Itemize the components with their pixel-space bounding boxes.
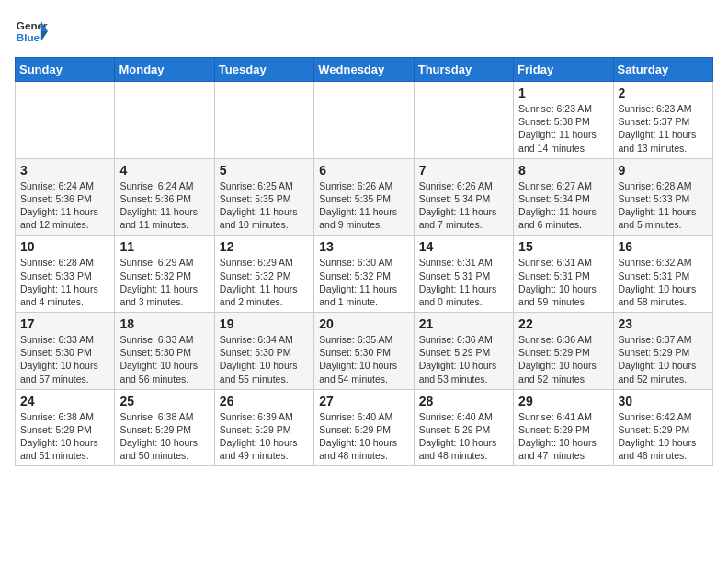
day-number: 6 <box>319 163 408 178</box>
calendar-header: SundayMondayTuesdayWednesdayThursdayFrid… <box>16 58 713 82</box>
day-info: Sunrise: 6:28 AMSunset: 5:33 PMDaylight:… <box>619 179 708 232</box>
day-info: Sunrise: 6:24 AMSunset: 5:36 PMDaylight:… <box>20 179 109 232</box>
day-number: 17 <box>20 316 109 331</box>
week-row-1: 1Sunrise: 6:23 AMSunset: 5:38 PMDaylight… <box>16 82 713 159</box>
day-cell: 18Sunrise: 6:33 AMSunset: 5:30 PMDayligh… <box>115 313 214 390</box>
day-cell: 20Sunrise: 6:35 AMSunset: 5:30 PMDayligh… <box>314 313 414 390</box>
day-number: 14 <box>419 239 508 254</box>
day-cell <box>414 82 513 159</box>
day-info: Sunrise: 6:37 AMSunset: 5:29 PMDaylight:… <box>619 333 708 385</box>
day-info: Sunrise: 6:30 AMSunset: 5:32 PMDaylight:… <box>319 256 408 308</box>
logo-icon: General Blue <box>15 15 48 48</box>
week-row-3: 10Sunrise: 6:28 AMSunset: 5:33 PMDayligh… <box>16 236 713 313</box>
weekday-thursday: Thursday <box>414 58 513 82</box>
week-row-4: 17Sunrise: 6:33 AMSunset: 5:30 PMDayligh… <box>16 313 713 390</box>
day-number: 11 <box>119 239 209 254</box>
day-cell: 22Sunrise: 6:36 AMSunset: 5:29 PMDayligh… <box>514 313 613 390</box>
day-info: Sunrise: 6:34 AMSunset: 5:30 PMDaylight:… <box>220 333 309 385</box>
day-number: 26 <box>220 394 309 408</box>
day-info: Sunrise: 6:38 AMSunset: 5:29 PMDaylight:… <box>20 410 109 463</box>
day-number: 29 <box>518 394 608 408</box>
day-info: Sunrise: 6:26 AMSunset: 5:34 PMDaylight:… <box>419 179 508 232</box>
week-row-2: 3Sunrise: 6:24 AMSunset: 5:36 PMDaylight… <box>16 158 713 236</box>
day-number: 24 <box>20 394 109 408</box>
day-cell: 11Sunrise: 6:29 AMSunset: 5:32 PMDayligh… <box>115 236 214 313</box>
day-number: 12 <box>220 239 309 254</box>
day-number: 10 <box>20 239 109 254</box>
day-info: Sunrise: 6:25 AMSunset: 5:35 PMDaylight:… <box>220 179 309 232</box>
day-info: Sunrise: 6:40 AMSunset: 5:29 PMDaylight:… <box>419 410 508 463</box>
day-cell: 6Sunrise: 6:26 AMSunset: 5:35 PMDaylight… <box>314 158 414 236</box>
day-cell: 27Sunrise: 6:40 AMSunset: 5:29 PMDayligh… <box>314 389 414 466</box>
day-info: Sunrise: 6:33 AMSunset: 5:30 PMDaylight:… <box>20 333 109 385</box>
day-number: 19 <box>220 316 309 331</box>
day-cell: 13Sunrise: 6:30 AMSunset: 5:32 PMDayligh… <box>314 236 414 313</box>
day-cell: 23Sunrise: 6:37 AMSunset: 5:29 PMDayligh… <box>613 313 712 390</box>
day-info: Sunrise: 6:31 AMSunset: 5:31 PMDaylight:… <box>518 256 608 308</box>
day-cell: 25Sunrise: 6:38 AMSunset: 5:29 PMDayligh… <box>115 389 214 466</box>
day-number: 27 <box>319 394 408 408</box>
day-number: 28 <box>419 394 508 408</box>
day-info: Sunrise: 6:31 AMSunset: 5:31 PMDaylight:… <box>419 256 508 308</box>
day-info: Sunrise: 6:35 AMSunset: 5:30 PMDaylight:… <box>319 333 408 385</box>
day-info: Sunrise: 6:28 AMSunset: 5:33 PMDaylight:… <box>20 256 109 308</box>
calendar: SundayMondayTuesdayWednesdayThursdayFrid… <box>15 57 713 466</box>
day-cell: 21Sunrise: 6:36 AMSunset: 5:29 PMDayligh… <box>414 313 513 390</box>
day-number: 13 <box>319 239 408 254</box>
weekday-wednesday: Wednesday <box>314 58 414 82</box>
svg-text:Blue: Blue <box>17 31 40 43</box>
day-cell: 4Sunrise: 6:24 AMSunset: 5:36 PMDaylight… <box>115 158 214 236</box>
day-info: Sunrise: 6:40 AMSunset: 5:29 PMDaylight:… <box>319 410 408 463</box>
day-info: Sunrise: 6:29 AMSunset: 5:32 PMDaylight:… <box>220 256 309 308</box>
day-info: Sunrise: 6:24 AMSunset: 5:36 PMDaylight:… <box>119 179 209 232</box>
day-info: Sunrise: 6:41 AMSunset: 5:29 PMDaylight:… <box>518 410 608 463</box>
day-cell: 7Sunrise: 6:26 AMSunset: 5:34 PMDaylight… <box>414 158 513 236</box>
day-cell: 24Sunrise: 6:38 AMSunset: 5:29 PMDayligh… <box>16 389 115 466</box>
day-cell <box>314 82 414 159</box>
day-cell: 10Sunrise: 6:28 AMSunset: 5:33 PMDayligh… <box>16 236 115 313</box>
day-cell: 8Sunrise: 6:27 AMSunset: 5:34 PMDaylight… <box>514 158 613 236</box>
day-cell: 15Sunrise: 6:31 AMSunset: 5:31 PMDayligh… <box>514 236 613 313</box>
day-number: 23 <box>619 316 708 331</box>
weekday-friday: Friday <box>514 58 613 82</box>
day-info: Sunrise: 6:32 AMSunset: 5:31 PMDaylight:… <box>619 256 708 308</box>
day-cell: 30Sunrise: 6:42 AMSunset: 5:29 PMDayligh… <box>613 389 712 466</box>
day-number: 15 <box>518 239 608 254</box>
day-info: Sunrise: 6:27 AMSunset: 5:34 PMDaylight:… <box>518 179 608 232</box>
day-info: Sunrise: 6:26 AMSunset: 5:35 PMDaylight:… <box>319 179 408 232</box>
day-info: Sunrise: 6:36 AMSunset: 5:29 PMDaylight:… <box>518 333 608 385</box>
day-cell: 17Sunrise: 6:33 AMSunset: 5:30 PMDayligh… <box>16 313 115 390</box>
day-cell: 28Sunrise: 6:40 AMSunset: 5:29 PMDayligh… <box>414 389 513 466</box>
header: General Blue <box>15 15 713 48</box>
day-info: Sunrise: 6:29 AMSunset: 5:32 PMDaylight:… <box>119 256 209 308</box>
day-number: 7 <box>419 163 508 178</box>
svg-marker-3 <box>41 31 48 41</box>
day-info: Sunrise: 6:23 AMSunset: 5:38 PMDaylight:… <box>518 102 608 155</box>
day-number: 30 <box>619 394 708 408</box>
day-number: 8 <box>518 163 608 178</box>
day-cell: 12Sunrise: 6:29 AMSunset: 5:32 PMDayligh… <box>214 236 313 313</box>
day-cell: 19Sunrise: 6:34 AMSunset: 5:30 PMDayligh… <box>214 313 313 390</box>
weekday-monday: Monday <box>115 58 214 82</box>
day-number: 1 <box>518 86 608 100</box>
day-cell: 26Sunrise: 6:39 AMSunset: 5:29 PMDayligh… <box>214 389 313 466</box>
day-cell: 9Sunrise: 6:28 AMSunset: 5:33 PMDaylight… <box>613 158 712 236</box>
day-info: Sunrise: 6:42 AMSunset: 5:29 PMDaylight:… <box>619 410 708 463</box>
weekday-saturday: Saturday <box>613 58 712 82</box>
day-info: Sunrise: 6:36 AMSunset: 5:29 PMDaylight:… <box>419 333 508 385</box>
day-info: Sunrise: 6:39 AMSunset: 5:29 PMDaylight:… <box>220 410 309 463</box>
day-cell: 2Sunrise: 6:23 AMSunset: 5:37 PMDaylight… <box>613 82 712 159</box>
weekday-tuesday: Tuesday <box>214 58 313 82</box>
day-number: 25 <box>119 394 209 408</box>
day-cell: 14Sunrise: 6:31 AMSunset: 5:31 PMDayligh… <box>414 236 513 313</box>
day-cell: 5Sunrise: 6:25 AMSunset: 5:35 PMDaylight… <box>214 158 313 236</box>
day-number: 3 <box>20 163 109 178</box>
day-cell <box>115 82 214 159</box>
day-number: 9 <box>619 163 708 178</box>
day-cell: 29Sunrise: 6:41 AMSunset: 5:29 PMDayligh… <box>514 389 613 466</box>
day-number: 4 <box>119 163 209 178</box>
day-number: 2 <box>619 86 708 100</box>
day-info: Sunrise: 6:33 AMSunset: 5:30 PMDaylight:… <box>119 333 209 385</box>
day-cell: 1Sunrise: 6:23 AMSunset: 5:38 PMDaylight… <box>514 82 613 159</box>
day-number: 22 <box>518 316 608 331</box>
